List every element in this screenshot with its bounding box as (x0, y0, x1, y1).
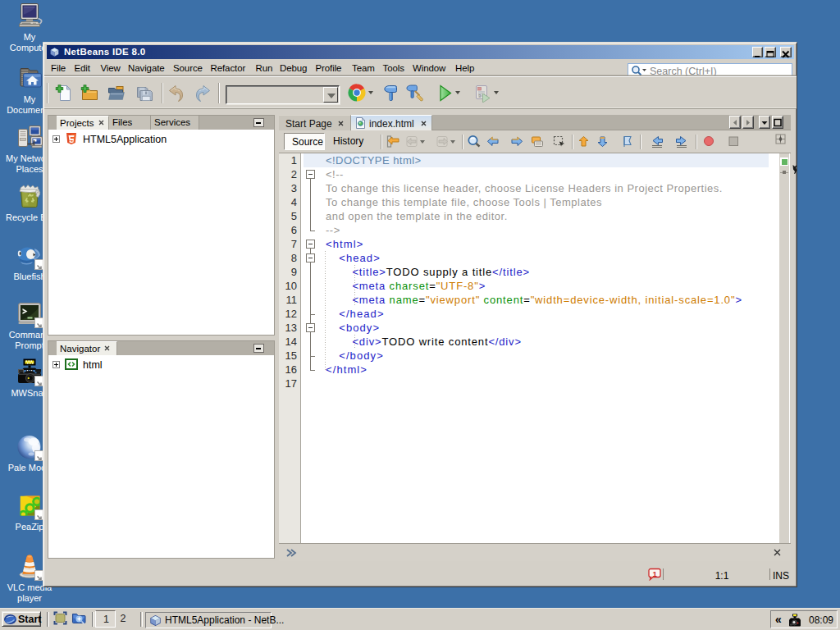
svg-text:1: 1 (653, 569, 658, 578)
